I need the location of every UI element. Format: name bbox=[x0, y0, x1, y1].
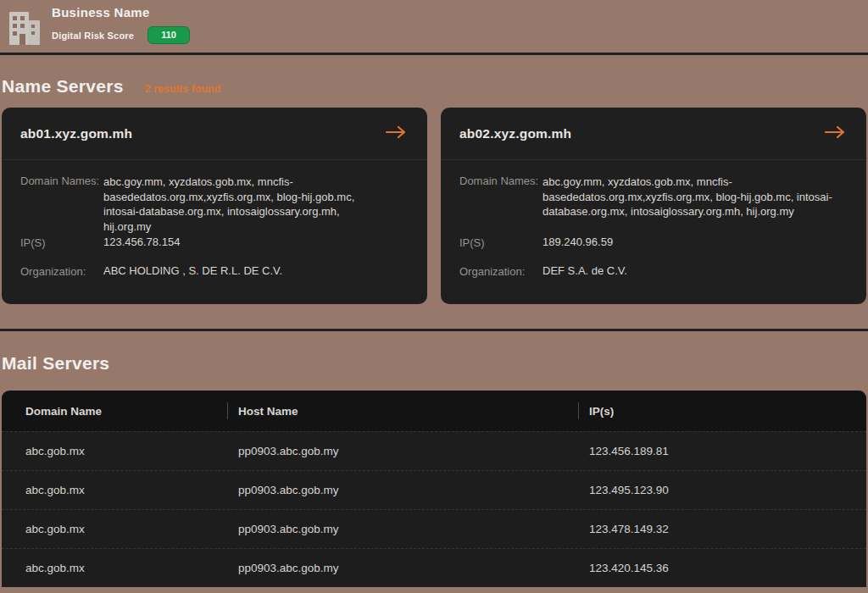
domain-names-field: Domain Names: abc.goy.mm, xyzdatos.gob.m… bbox=[20, 175, 409, 234]
name-server-card-2: ab02.xyz.gom.mh Domain Names: abc.goy.mm… bbox=[441, 108, 866, 304]
results-count: 2 results found bbox=[145, 83, 221, 95]
name-server-card-1: ab01.xyz.gom.mh Domain Names: abc.goy.mm… bbox=[2, 108, 427, 304]
name-servers-heading: Name Servers 2 results found bbox=[2, 76, 866, 97]
cell-ip: 123.456.189.81 bbox=[578, 445, 866, 457]
risk-score-row: Digital Risk Score 110 bbox=[52, 26, 190, 44]
table-row: abc.gob.mx pp0903.abc.gob.my 123.456.189… bbox=[2, 431, 866, 470]
section-divider bbox=[0, 329, 868, 331]
cell-host-name: pp0903.abc.gob.my bbox=[227, 484, 578, 496]
column-header-host-name: Host Name bbox=[227, 402, 578, 419]
building-icon bbox=[8, 6, 41, 45]
column-divider bbox=[578, 402, 579, 419]
table-row: abc.gob.mx pp0903.abc.gob.my 123.420.145… bbox=[2, 548, 866, 587]
card-detail-arrow-button[interactable] bbox=[822, 124, 848, 143]
field-label: Domain Names: bbox=[20, 175, 103, 234]
risk-score-badge: 110 bbox=[147, 26, 190, 44]
field-value: 123.456.78.154 bbox=[103, 235, 180, 250]
section-divider bbox=[0, 53, 868, 55]
name-servers-title: Name Servers bbox=[2, 76, 124, 97]
card-body: Domain Names: abc.goy.mm, xyzdatos.gob.m… bbox=[441, 160, 866, 280]
cell-host-name: pp0903.abc.gob.my bbox=[227, 445, 578, 457]
card-header: ab01.xyz.gom.mh bbox=[2, 108, 427, 160]
business-name: Business Name bbox=[52, 5, 190, 19]
header-text: Business Name Digital Risk Score 110 bbox=[52, 4, 190, 53]
card-detail-arrow-button[interactable] bbox=[383, 124, 409, 143]
table-row: abc.gob.mx pp0903.abc.gob.my 123.495.123… bbox=[2, 470, 866, 509]
table-row: abc.gob.mx pp0903.abc.gob.my 123.478.149… bbox=[2, 509, 866, 548]
cell-ip: 123.478.149.32 bbox=[578, 523, 866, 535]
ip-field: IP(S) 189.240.96.59 bbox=[459, 234, 848, 251]
table-header-row: Domain Name Host Name IP(s) bbox=[2, 391, 866, 431]
risk-score-label: Digital Risk Score bbox=[52, 30, 134, 41]
cell-ip: 123.495.123.90 bbox=[578, 484, 866, 496]
page-header: Business Name Digital Risk Score 110 bbox=[0, 0, 868, 53]
card-title: ab01.xyz.gom.mh bbox=[20, 126, 132, 141]
cell-host-name: pp0903.abc.gob.my bbox=[227, 523, 578, 535]
field-label: Organization: bbox=[459, 265, 542, 278]
cell-ip: 123.420.145.36 bbox=[578, 562, 866, 574]
field-label: IP(S) bbox=[20, 236, 103, 249]
card-header: ab02.xyz.gom.mh bbox=[441, 108, 866, 160]
cell-domain-name: abc.gob.mx bbox=[2, 523, 227, 535]
card-body: Domain Names: abc.goy.mm, xyzdatos.gob.m… bbox=[2, 160, 427, 280]
cell-host-name: pp0903.abc.gob.my bbox=[227, 562, 578, 574]
column-header-ips: IP(s) bbox=[578, 402, 866, 419]
field-value: ABC HOLDING , S. DE R.L. DE C.V. bbox=[103, 263, 282, 279]
field-label: Domain Names: bbox=[459, 175, 542, 234]
column-header-label: IP(s) bbox=[589, 405, 614, 418]
ip-field: IP(S) 123.456.78.154 bbox=[20, 234, 409, 251]
card-title: ab02.xyz.gom.mh bbox=[459, 126, 571, 141]
cell-domain-name: abc.gob.mx bbox=[2, 484, 227, 496]
cell-domain-name: abc.gob.mx bbox=[2, 562, 227, 574]
cell-domain-name: abc.gob.mx bbox=[2, 445, 227, 457]
field-label: IP(S) bbox=[459, 236, 542, 249]
field-value: abc.goy.mm, xyzdatos.gob.mx, mncfis-base… bbox=[103, 175, 388, 234]
mail-servers-table: Domain Name Host Name IP(s) abc.gob.mx p… bbox=[2, 391, 866, 587]
column-divider bbox=[227, 402, 228, 419]
field-value: abc.goy.mm, xyzdatos.gob.mx, mncfis-base… bbox=[542, 175, 848, 234]
organization-field: Organization: ABC HOLDING , S. DE R.L. D… bbox=[20, 263, 409, 280]
mail-servers-title: Mail Servers bbox=[2, 353, 109, 374]
field-value: DEF S.A. de C.V. bbox=[542, 263, 627, 279]
arrow-right-icon bbox=[824, 125, 846, 141]
mail-servers-heading: Mail Servers bbox=[2, 353, 866, 374]
column-header-label: Host Name bbox=[238, 405, 298, 418]
field-label: Organization: bbox=[20, 265, 103, 278]
arrow-right-icon bbox=[385, 125, 407, 141]
organization-field: Organization: DEF S.A. de C.V. bbox=[459, 263, 848, 280]
column-header-domain-name: Domain Name bbox=[2, 405, 227, 418]
domain-names-field: Domain Names: abc.goy.mm, xyzdatos.gob.m… bbox=[459, 175, 848, 234]
field-value: 189.240.96.59 bbox=[542, 235, 613, 250]
name-server-cards: ab01.xyz.gom.mh Domain Names: abc.goy.mm… bbox=[2, 108, 866, 304]
